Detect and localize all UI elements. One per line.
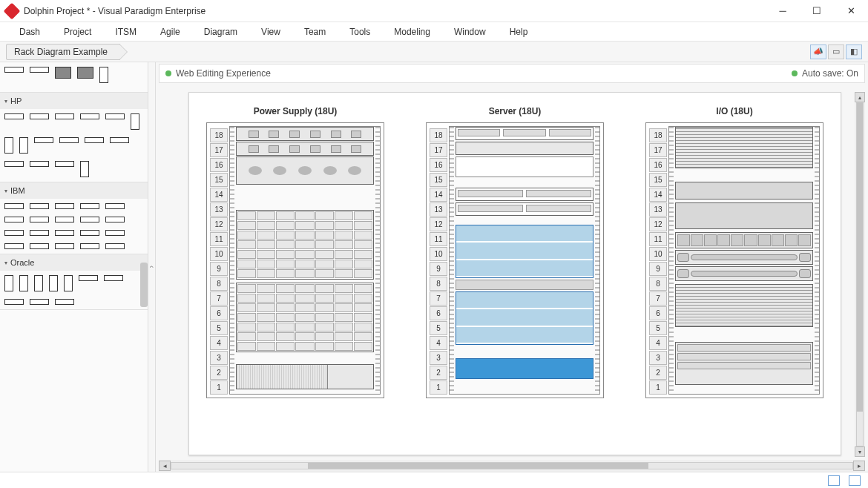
palette-shape[interactable] [4, 137, 13, 154]
menu-dash[interactable]: Dash [7, 24, 52, 40]
menu-team[interactable]: Team [292, 24, 338, 40]
palette-shape[interactable] [79, 275, 98, 281]
palette-shape[interactable] [4, 275, 13, 291]
palette-shape[interactable] [30, 217, 49, 222]
rack-server[interactable]: Server (18U) 123456789101112131415161718 [426, 106, 604, 398]
rack-io[interactable]: I/O (18U) 123456789101112131415161718 [645, 106, 823, 398]
menu-agile[interactable]: Agile [148, 24, 192, 40]
rack-equipment-batterygrid[interactable] [236, 283, 374, 352]
splitter-handle[interactable] [148, 62, 156, 472]
palette-shape[interactable] [4, 217, 24, 222]
palette-shape[interactable] [55, 113, 74, 119]
palette-shape[interactable] [80, 161, 89, 177]
palette-shape[interactable] [105, 113, 125, 119]
rack-equipment-vent[interactable] [675, 127, 813, 168]
doc-icon[interactable] [849, 475, 861, 486]
menu-diagram[interactable]: Diagram [192, 24, 249, 40]
menu-modeling[interactable]: Modeling [382, 24, 442, 40]
rack-equipment-blank[interactable] [675, 202, 813, 229]
palette-shape[interactable] [105, 203, 125, 209]
palette-shape[interactable] [80, 243, 99, 249]
palette-shape[interactable] [30, 67, 49, 73]
rack-equipment-server1u[interactable] [456, 188, 594, 201]
rack-equipment-storage[interactable] [456, 225, 594, 278]
breadcrumb[interactable]: Rack Diagram Example [6, 44, 120, 60]
palette-shape[interactable] [105, 243, 125, 249]
palette-shape[interactable] [4, 230, 24, 236]
rack-equipment-patch[interactable] [675, 342, 813, 385]
palette-shape[interactable] [19, 275, 28, 291]
rack-equipment-cable[interactable] [675, 266, 813, 281]
palette-shape[interactable] [49, 275, 58, 291]
canvas-horizontal-scrollbar[interactable]: ◂▸ [159, 460, 865, 472]
rack-equipment-fan[interactable] [236, 156, 374, 185]
palette-shape[interactable] [80, 230, 99, 236]
rack-equipment-server1u[interactable] [456, 202, 594, 216]
palette-shape[interactable] [4, 67, 24, 73]
panel-icon[interactable]: ◧ [846, 44, 862, 59]
palette-shape[interactable] [55, 230, 74, 236]
menu-window[interactable]: Window [442, 24, 498, 40]
palette-shape[interactable] [80, 113, 99, 119]
palette-shape[interactable] [80, 203, 99, 209]
palette-shape[interactable] [105, 217, 125, 222]
palette-shape[interactable] [59, 137, 79, 143]
rack-equipment-cable[interactable] [675, 250, 813, 265]
rack-equipment-server[interactable] [456, 156, 594, 177]
palette-shape[interactable] [30, 299, 49, 305]
palette-shape[interactable] [55, 217, 74, 222]
rack-equipment-pdu[interactable] [236, 142, 374, 156]
mail-icon[interactable] [828, 475, 840, 486]
rack-equipment-server1u[interactable] [456, 142, 594, 155]
canvas-vertical-scrollbar[interactable]: ▴▾ [855, 92, 865, 457]
palette-shape[interactable] [55, 203, 74, 209]
menu-tools[interactable]: Tools [338, 24, 382, 40]
menu-view[interactable]: View [249, 24, 292, 40]
rack-equipment-blank[interactable] [675, 182, 813, 200]
menu-help[interactable]: Help [498, 24, 540, 40]
rack-equipment-storage[interactable] [456, 291, 594, 345]
palette-shape[interactable] [105, 230, 125, 236]
palette-shape[interactable] [99, 67, 108, 83]
rack-power-supply[interactable]: Power Supply (18U) 123456789101112131415… [206, 106, 384, 398]
rack-equipment-pdu[interactable] [236, 127, 374, 141]
palette-shape[interactable] [19, 137, 28, 154]
close-button[interactable]: ✕ [834, 0, 868, 22]
rack-equipment-slotcard[interactable] [675, 232, 813, 248]
announce-icon[interactable]: 📣 [810, 44, 826, 59]
layout-icon[interactable]: ▭ [828, 44, 844, 59]
palette-shape[interactable] [55, 161, 74, 167]
palette-shape[interactable] [77, 67, 93, 79]
palette-shape[interactable] [104, 275, 123, 281]
rack-equipment-storage-base[interactable] [456, 358, 594, 379]
maximize-button[interactable]: ☐ [800, 0, 834, 22]
palette-shape[interactable] [64, 275, 73, 291]
menu-project[interactable]: Project [52, 24, 103, 40]
palette-shape[interactable] [55, 67, 71, 79]
palette-shape[interactable] [131, 113, 139, 130]
palette-shape[interactable] [4, 243, 24, 249]
palette-shape[interactable] [4, 113, 24, 119]
palette-shape[interactable] [34, 275, 43, 291]
rack-equipment-vent[interactable] [675, 284, 813, 327]
rack-equipment-psu[interactable] [236, 364, 374, 389]
palette-shape[interactable] [55, 243, 74, 249]
palette-shape[interactable] [55, 299, 74, 305]
menu-itsm[interactable]: ITSM [103, 24, 148, 40]
palette-shape[interactable] [4, 161, 24, 167]
rack-equipment-switch[interactable] [456, 127, 594, 140]
diagram-canvas[interactable]: Power Supply (18U) 123456789101112131415… [159, 85, 865, 460]
rack-equipment-rail[interactable] [456, 280, 594, 290]
minimize-button[interactable]: ─ [766, 0, 800, 22]
palette-shape[interactable] [30, 161, 49, 167]
palette-shape[interactable] [110, 137, 129, 143]
rack-equipment-batterygrid[interactable] [236, 210, 374, 280]
palette-header-hp[interactable]: HP [0, 93, 148, 109]
palette-shape[interactable] [85, 137, 104, 143]
palette-shape[interactable] [4, 299, 24, 305]
palette-shape[interactable] [80, 217, 99, 222]
palette-shape[interactable] [30, 230, 49, 236]
palette-shape[interactable] [30, 203, 49, 209]
palette-shape[interactable] [30, 113, 49, 119]
sidebar-scrollbar[interactable] [140, 263, 148, 307]
